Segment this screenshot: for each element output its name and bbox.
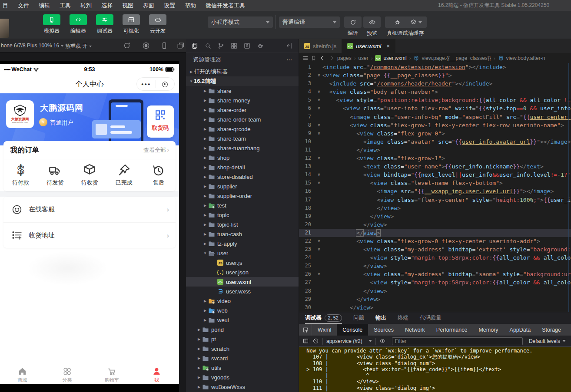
order-status-售后[interactable]: 售后	[141, 159, 176, 191]
code-line-15[interactable]: 15∨ <view class="level-name flex-y-botto…	[299, 179, 571, 187]
debugger-tab-终端[interactable]: 终端	[398, 312, 408, 324]
menu-item-视图[interactable]: 视图	[117, 0, 138, 11]
tree-item-shop[interactable]: ▶shop	[186, 153, 299, 162]
code-editor[interactable]: 1<include src="/commons/extension/extens…	[299, 63, 571, 312]
devtools-tab-Sources[interactable]: Sources	[368, 324, 399, 336]
menu-item-界面[interactable]: 界面	[138, 0, 159, 11]
tree-item-wuBaseWxss[interactable]: ▶wuBaseWxss	[186, 382, 299, 392]
menu-item-目[interactable]: 目	[0, 0, 13, 11]
tree-item-share-qrcode[interactable]: ▶share-qrcode	[186, 124, 299, 134]
tree-item-video[interactable]: ▶video	[186, 296, 299, 306]
tree-item-share-money[interactable]: ▶share-money	[186, 96, 299, 105]
editor-tab-siteinfo.js[interactable]: JSsiteinfo.js	[299, 39, 342, 53]
avatar[interactable]: 大鹏资源网 www.wdbbs.com	[6, 100, 34, 128]
tree-item-web[interactable]: ▶web	[186, 306, 299, 315]
tree-item-svcard[interactable]: ▶svcard	[186, 353, 299, 363]
debugger-tab-问题[interactable]: 问题	[353, 312, 364, 324]
minimize-icon[interactable]	[156, 80, 175, 88]
device-select[interactable]: hone 6/7/8 Plus 100% 16	[1, 43, 63, 49]
menu-item-转到[interactable]: 转到	[76, 0, 96, 11]
code-line-29[interactable]: 29 </view>	[299, 295, 571, 303]
menu-item-选择[interactable]: 选择	[96, 0, 117, 11]
collapse-panel-icon[interactable]	[286, 42, 293, 49]
restart-icon[interactable]	[123, 41, 131, 50]
tree-item-pond[interactable]: ▶pond	[186, 325, 299, 334]
outline-icon[interactable]	[302, 55, 309, 61]
breadcrumb-item[interactable]: user.wxml	[383, 55, 406, 61]
tree-item-store-disabled[interactable]: ▶store-disabled	[186, 172, 299, 181]
code-line-13[interactable]: 13 <text class="user-name">{{user_info.n…	[299, 162, 571, 171]
editor-tab-user.wxml[interactable]: <>user.wxml×	[342, 39, 395, 53]
code-line-28[interactable]: 28 </view>	[299, 287, 571, 295]
service-row-在线客服[interactable]: 在线客服›	[3, 197, 176, 222]
tree-item-supplier-order[interactable]: ▶supplier-order	[186, 191, 299, 201]
code-line-10[interactable]: 10 <image class="avatar" src="{{user_inf…	[299, 138, 571, 146]
breadcrumb-item[interactable]: pages	[337, 55, 352, 61]
tree-item-16.2前端[interactable]: ▼16.2前端	[186, 76, 299, 86]
code-line-21[interactable]: 21 </view>	[299, 229, 571, 237]
fold-icon[interactable]: ∨	[315, 88, 322, 96]
order-status-待发货[interactable]: 待发货	[38, 159, 72, 191]
code-line-3[interactable]: 3 <include src="/commons/header/header">…	[299, 79, 571, 88]
code-line-7[interactable]: 7 <image class="user-info-bg" mode="aspe…	[299, 113, 571, 121]
code-line-2[interactable]: 2∨<view class="page {{__page_classes}}">	[299, 71, 571, 79]
devtools-tab-AppData[interactable]: AppData	[504, 324, 537, 336]
eye-icon[interactable]	[379, 338, 386, 344]
context-select[interactable]: appservice (#2)	[326, 338, 372, 344]
explorer-more-actions[interactable]: ⋯	[286, 56, 292, 63]
back-icon[interactable]	[319, 55, 326, 62]
breadcrumb-item[interactable]: view.body.after-n	[506, 55, 545, 61]
tree-item-share[interactable]: ▶share	[186, 86, 299, 96]
tree-item-user.wxml[interactable]: <>user.wxml	[186, 277, 299, 287]
tab-bar-item-商城[interactable]: 商城	[0, 364, 45, 384]
snippet-icon[interactable]	[243, 42, 251, 49]
tree-item-share-tuanzhang[interactable]: ▶share-tuanzhang	[186, 143, 299, 153]
code-line-26[interactable]: 26∨ <view class="my-address" bindtap="sa…	[299, 270, 571, 278]
menu-item-工具[interactable]: 工具	[55, 0, 76, 11]
tree-item-topic[interactable]: ▶topic	[186, 210, 299, 220]
code-line-12[interactable]: 12∨ <view class="flex-grow-1">	[299, 154, 571, 162]
tree-item-user.js[interactable]: JSuser.js	[186, 258, 299, 267]
fold-icon[interactable]: ∨	[315, 179, 322, 187]
tree-item-share-team[interactable]: ▶share-team	[186, 134, 299, 143]
menu-item-文件[interactable]: 文件	[13, 0, 34, 11]
fold-icon[interactable]: ∨	[315, 270, 322, 278]
tab-bar-item-我[interactable]: 我	[134, 364, 179, 384]
devtools-tab-Secur[interactable]: Secur	[567, 324, 571, 336]
menu-item-编辑[interactable]: 编辑	[34, 0, 55, 11]
hot-reload-toggle[interactable]: 热重载 开	[65, 43, 92, 50]
code-line-14[interactable]: 14∨ <view bindtap="{{next_level||user_in…	[299, 171, 571, 179]
tree-item-user.json[interactable]: {.}user.json	[186, 267, 299, 277]
tree-item-scratch[interactable]: ▶scratch	[186, 344, 299, 353]
tree-item-shop-detail[interactable]: ▶shop-detail	[186, 162, 299, 172]
devtools-tab-Memory[interactable]: Memory	[473, 324, 504, 336]
code-line-20[interactable]: 20 </view>	[299, 221, 571, 229]
view-all-orders-link[interactable]: 查看全部›	[143, 146, 169, 154]
log-levels-select[interactable]: Default levels	[529, 338, 566, 344]
tree-item-supplier[interactable]: ▶supplier	[186, 181, 299, 191]
code-line-22[interactable]: 22∨ <view class="flex-grow-0 flex-y-cent…	[299, 237, 571, 245]
fold-icon[interactable]: ∨	[315, 104, 322, 112]
toolbar-button-模拟器[interactable]: 模拟器	[40, 14, 63, 35]
files-icon[interactable]	[191, 42, 199, 49]
tab-bar-item-购物车[interactable]: 购物车	[90, 364, 134, 384]
devtools-tab-Wxml[interactable]: Wxml	[312, 324, 337, 336]
git-branch-icon[interactable]	[217, 42, 225, 49]
toolbar-button-编辑器[interactable]: 编辑器	[67, 14, 90, 35]
clear-console-icon[interactable]	[312, 338, 319, 344]
tree-item-share-order[interactable]: ▶share-order	[186, 105, 299, 115]
pickup-code-button[interactable]: 取货码	[147, 105, 174, 138]
code-line-11[interactable]: 11 </view>	[299, 146, 571, 154]
bookmark-icon[interactable]	[311, 55, 317, 61]
code-line-30[interactable]: 30 </view>	[299, 303, 571, 312]
tree-item-weui[interactable]: ▶weui	[186, 315, 299, 325]
fold-icon[interactable]: ∨	[315, 171, 322, 179]
order-status-已完成[interactable]: 已完成	[107, 159, 141, 191]
more-icon[interactable]: ●●●	[137, 82, 156, 86]
console-line-expandable[interactable]: > 109 | <text wx:for="{{take_code}}">{{i…	[303, 366, 571, 372]
capsule-button[interactable]: ●●●	[136, 77, 175, 91]
user-level-label[interactable]: 普通用户	[50, 119, 73, 127]
inspect-element-icon[interactable]	[299, 324, 312, 336]
record-icon[interactable]	[142, 41, 150, 50]
code-line-16[interactable]: 16 <image src="{{__wxapp_img.user.level.…	[299, 187, 571, 195]
